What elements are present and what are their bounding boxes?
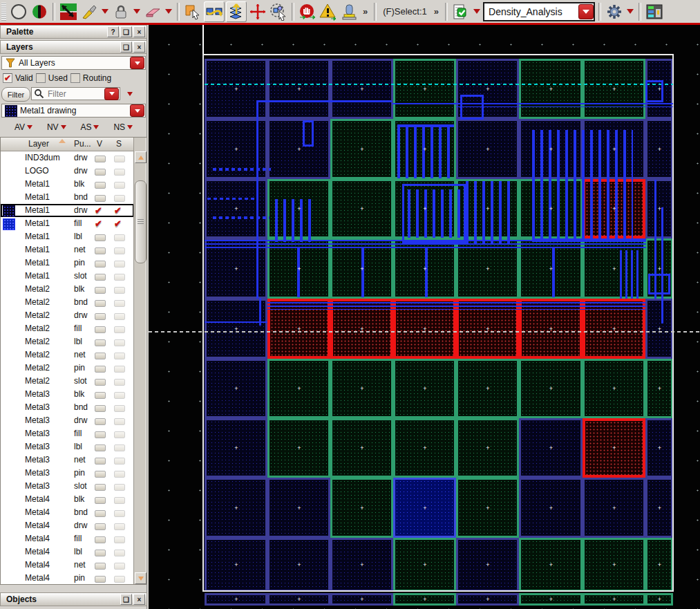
layer-row[interactable]: Metal4fill bbox=[1, 532, 134, 545]
valid-checkbox[interactable]: ✔ bbox=[3, 73, 12, 83]
search-dropdown-icon[interactable] bbox=[104, 88, 119, 100]
layer-row[interactable]: Metal2blk bbox=[1, 283, 134, 296]
visible-checkbox[interactable] bbox=[95, 313, 106, 320]
layout-canvas[interactable]: ++++++++++++++++++++++++++++++++++++++++… bbox=[149, 25, 700, 609]
selectable-checkbox[interactable] bbox=[114, 182, 125, 189]
layer-row[interactable]: Metal4pin bbox=[1, 572, 134, 585]
visible-checkbox[interactable] bbox=[95, 471, 106, 478]
scroll-up-button[interactable] bbox=[135, 151, 146, 163]
layer-row[interactable]: Metal1drw✔✔ bbox=[1, 204, 134, 217]
layer-row[interactable]: Metal3blk bbox=[1, 388, 134, 401]
eraser-icon[interactable] bbox=[143, 2, 162, 21]
selectable-checkbox[interactable] bbox=[114, 576, 125, 583]
as-dropdown[interactable]: AS bbox=[80, 122, 99, 132]
analysis-view-dropdown-icon[interactable] bbox=[578, 4, 594, 19]
layer-row[interactable]: Metal3pin bbox=[1, 467, 134, 480]
layers-float-button[interactable]: ❏ bbox=[120, 41, 132, 53]
layer-row[interactable]: Metal4drw bbox=[1, 519, 134, 532]
layer-row[interactable]: Metal4lbl bbox=[1, 545, 134, 559]
analysis-view-combobox[interactable]: Density_Analysis bbox=[483, 2, 595, 21]
selectable-checkbox[interactable] bbox=[114, 471, 125, 478]
layer-row[interactable]: Metal3drw bbox=[1, 414, 134, 427]
layer-row[interactable]: Metal2fill bbox=[1, 322, 134, 335]
ellipse-tool-icon[interactable] bbox=[9, 2, 28, 21]
ns-dropdown[interactable]: NS bbox=[113, 122, 133, 132]
visible-checkbox[interactable] bbox=[95, 458, 106, 465]
palette-titlebar[interactable]: Palette ? ❏ × bbox=[0, 25, 147, 39]
selectable-checkbox[interactable] bbox=[114, 484, 125, 491]
layer-search-input[interactable] bbox=[46, 88, 104, 100]
contrast-display-icon[interactable] bbox=[30, 2, 49, 21]
selectable-checkbox[interactable] bbox=[114, 431, 125, 438]
crosshair-icon[interactable] bbox=[248, 2, 267, 21]
visible-checkbox[interactable] bbox=[95, 300, 106, 307]
layer-row[interactable]: Metal2drw bbox=[1, 309, 134, 322]
probe-lamp-icon[interactable] bbox=[339, 2, 359, 21]
selectable-checkbox[interactable] bbox=[114, 326, 125, 333]
objects-panel-titlebar[interactable]: Objects ❏ × bbox=[0, 592, 147, 608]
selectable-checkbox[interactable] bbox=[114, 392, 125, 399]
layer-table-scrollbar[interactable] bbox=[133, 138, 146, 584]
selectable-checkbox[interactable] bbox=[114, 195, 125, 202]
layers-titlebar[interactable]: Layers ❏ × bbox=[0, 40, 147, 54]
selectable-checkbox[interactable] bbox=[114, 353, 125, 359]
visible-checkbox[interactable] bbox=[95, 353, 106, 359]
active-layer-dropdown-icon[interactable] bbox=[130, 104, 144, 117]
swap-colors-icon[interactable] bbox=[59, 2, 78, 21]
partial-select-icon[interactable] bbox=[183, 2, 202, 21]
visible-checkbox[interactable] bbox=[95, 339, 106, 346]
visible-checkbox[interactable] bbox=[95, 234, 106, 241]
validate-checklist-icon[interactable] bbox=[451, 2, 471, 21]
visible-checkbox[interactable] bbox=[95, 326, 106, 333]
selectable-checkbox[interactable]: ✔ bbox=[114, 205, 122, 216]
selectable-checkbox[interactable] bbox=[114, 247, 125, 254]
selectable-checkbox[interactable] bbox=[114, 444, 125, 451]
area-select-icon[interactable] bbox=[269, 2, 288, 21]
visible-checkbox[interactable] bbox=[95, 510, 106, 517]
visible-checkbox[interactable] bbox=[95, 195, 106, 202]
objects-float-button[interactable]: ❏ bbox=[120, 594, 132, 605]
descend-hierarchy-icon[interactable] bbox=[204, 1, 225, 22]
visible-checkbox[interactable] bbox=[95, 287, 106, 294]
selectable-checkbox[interactable] bbox=[114, 563, 125, 570]
workspace-panel-icon[interactable] bbox=[645, 2, 664, 21]
layer-row[interactable]: Metal4net bbox=[1, 559, 134, 572]
selectable-checkbox[interactable]: ✔ bbox=[114, 218, 122, 229]
filter-options-dropdown-icon[interactable] bbox=[127, 92, 133, 96]
layer-row[interactable]: Metal3net bbox=[1, 453, 134, 467]
layer-row[interactable]: Metal2lbl bbox=[1, 335, 134, 348]
layer-row[interactable]: IND3dumdrw bbox=[1, 151, 134, 165]
visible-checkbox[interactable] bbox=[95, 497, 106, 504]
layer-filter-combobox[interactable]: All Layers bbox=[1, 56, 146, 70]
selectable-checkbox[interactable] bbox=[114, 366, 125, 373]
filter-button[interactable]: Filter bbox=[1, 87, 30, 102]
status-overflow-chevron[interactable]: » bbox=[431, 6, 442, 17]
layer-row[interactable]: Metal1fill✔✔ bbox=[1, 217, 134, 230]
lock-edit-icon[interactable] bbox=[111, 2, 131, 21]
visible-checkbox[interactable] bbox=[95, 247, 106, 254]
layer-table-header[interactable]: Layer Pu... V S bbox=[1, 138, 134, 151]
selectable-checkbox[interactable] bbox=[114, 379, 125, 386]
visible-checkbox[interactable]: ✔ bbox=[95, 218, 102, 229]
selectable-checkbox[interactable] bbox=[114, 339, 125, 346]
palette-close-button[interactable]: × bbox=[133, 26, 145, 37]
routing-checkbox[interactable] bbox=[70, 73, 80, 83]
visible-checkbox[interactable] bbox=[95, 444, 106, 451]
nv-dropdown[interactable]: NV bbox=[47, 122, 66, 132]
visible-checkbox[interactable] bbox=[95, 261, 106, 268]
settings-gear-icon[interactable] bbox=[605, 2, 624, 21]
warning-check-icon[interactable] bbox=[319, 2, 338, 21]
lock-dropdown-icon[interactable] bbox=[133, 9, 140, 14]
stop-drc-icon[interactable] bbox=[298, 2, 317, 21]
layer-row[interactable]: Metal4bnd bbox=[1, 506, 134, 519]
toolbar-overflow-chevron[interactable]: » bbox=[360, 6, 370, 17]
objects-titlebar-inner[interactable]: Objects ❏ × bbox=[0, 592, 147, 606]
layer-row[interactable]: Metal3fill bbox=[1, 427, 134, 440]
visible-checkbox[interactable] bbox=[95, 182, 106, 189]
active-layer-combobox[interactable]: Metal1 drawing bbox=[1, 104, 146, 118]
used-checkbox[interactable] bbox=[36, 73, 46, 83]
layer-row[interactable]: LOGOdrw bbox=[1, 165, 134, 178]
selectable-checkbox[interactable] bbox=[114, 287, 125, 294]
validate-dropdown-icon[interactable] bbox=[473, 9, 480, 14]
layer-row[interactable]: Metal4blk bbox=[1, 493, 134, 506]
